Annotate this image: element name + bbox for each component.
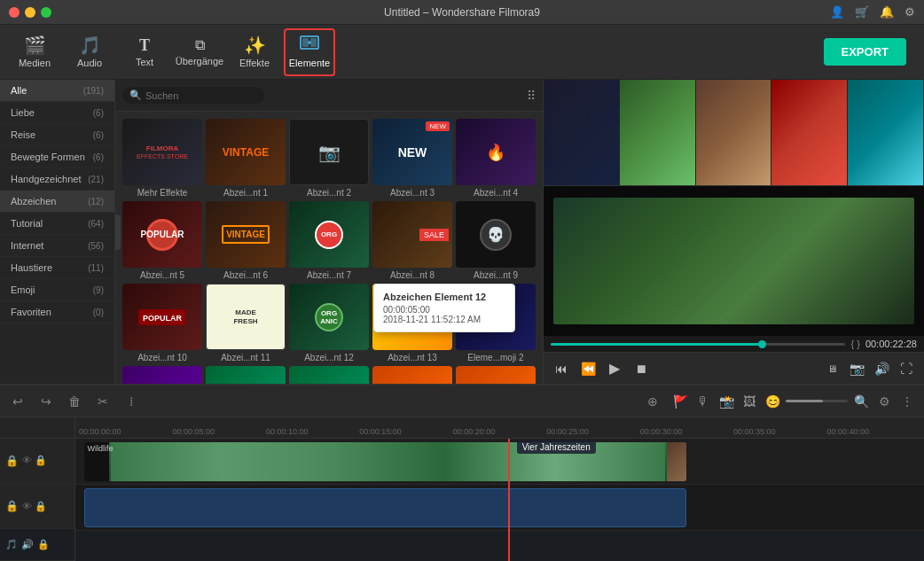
sidebar-item-tutorial[interactable]: Tutorial (64): [0, 213, 114, 235]
sidebar-item-alle[interactable]: Alle (191): [0, 80, 114, 102]
mehr-effekte-label: Mehr Effekte: [122, 188, 202, 198]
volume-icon[interactable]: 🔊: [871, 358, 892, 379]
sidebar-item-reise[interactable]: Reise (6): [0, 124, 114, 146]
display-icon[interactable]: 🖥: [821, 358, 842, 379]
undo-button[interactable]: ↩: [7, 391, 28, 412]
sidebar-item-internet[interactable]: Internet (56): [0, 235, 114, 257]
add-track-button[interactable]: ⊕: [642, 391, 663, 412]
video-track-icon: 🔒: [5, 455, 19, 467]
skip-back-button[interactable]: ⏮: [551, 358, 572, 379]
redo-button[interactable]: ↪: [35, 391, 57, 412]
lock-icon-1[interactable]: 🔒: [35, 455, 47, 466]
sidebar-item-haustiere[interactable]: Haustiere (11): [0, 257, 114, 279]
account-icon[interactable]: 👤: [830, 5, 844, 19]
volume-tl-icon[interactable]: 🔊: [21, 539, 34, 550]
emoji-tl-icon[interactable]: 😊: [763, 392, 782, 411]
sidebar-tut-label: Tutorial: [11, 218, 43, 229]
toolbar-elemente[interactable]: Elemente: [284, 28, 335, 76]
toolbar-uebergaenge[interactable]: ⧉ Übergänge: [174, 28, 225, 76]
photo-icon[interactable]: 🖼: [740, 392, 759, 411]
element-abz8[interactable]: SALE Abzei...nt 8: [372, 201, 452, 280]
abz3-label: Abzei...nt 3: [372, 188, 452, 198]
element-r4b[interactable]: 🍀: [206, 366, 286, 384]
search-box[interactable]: 🔍: [122, 87, 264, 104]
minimize-button[interactable]: [25, 7, 35, 18]
sidebar-item-abzeichen[interactable]: Abzeichen (12): [0, 191, 114, 213]
search-input[interactable]: [145, 90, 257, 101]
mehr-effekte-item[interactable]: FILMORA EFFECTS STORE Mehr Effekte: [122, 119, 202, 198]
preview-right-controls: 🖥 📷 🔊 ⛶: [821, 358, 917, 379]
cart-icon[interactable]: 🛒: [855, 5, 869, 19]
sidebar-item-emoji[interactable]: Emoji (9): [0, 279, 114, 301]
thumb-red: [771, 80, 847, 185]
element-abz6[interactable]: VINTAGE Abzei...nt 6: [206, 201, 286, 280]
time-display: 00:00:22:28: [865, 339, 917, 349]
element-abz1[interactable]: VINTAGE Abzei...nt 1: [206, 119, 286, 198]
sidebar-item-handgezeichnet[interactable]: Handgezeichnet (21): [0, 168, 114, 191]
playhead[interactable]: [508, 439, 510, 561]
sidebar-item-bewegte-formen[interactable]: Bewegte Formen (6): [0, 146, 114, 168]
play-button[interactable]: ▶: [604, 358, 625, 379]
toolbar-audio[interactable]: 🎵 Audio: [64, 28, 115, 76]
flag-icon[interactable]: 🚩: [670, 392, 690, 411]
close-button[interactable]: [9, 7, 20, 18]
abz8-label: Abzei...nt 8: [372, 270, 452, 280]
elements-grid: FILMORA EFFECTS STORE Mehr Effekte VINTA…: [115, 112, 543, 384]
settings-tl-icon[interactable]: ⚙: [874, 392, 894, 411]
more-icon[interactable]: ⋮: [897, 392, 917, 411]
sidebar-item-favoriten[interactable]: Favoriten (0): [0, 301, 114, 323]
fullscreen-icon[interactable]: ⛶: [896, 358, 917, 379]
camera-icon[interactable]: 📷: [846, 358, 867, 379]
camera-tl-icon[interactable]: 📸: [716, 392, 736, 411]
abz7-thumb: ORG: [289, 201, 369, 268]
sidebar-item-liebe[interactable]: Liebe (6): [0, 102, 114, 124]
element-abz10[interactable]: POPULAR Abzei...nt 10: [122, 284, 202, 362]
mehr-effekte-thumb: FILMORA EFFECTS STORE: [122, 119, 202, 185]
eye-icon-1[interactable]: 👁: [22, 455, 32, 466]
delete-button[interactable]: 🗑: [64, 391, 85, 412]
toolbar-effekte[interactable]: ✨ Effekte: [229, 28, 280, 76]
element-r4c[interactable]: 🌿: [289, 366, 369, 384]
lock-icon-audio[interactable]: 🔒: [37, 539, 50, 550]
element-r4d[interactable]: 🍊: [372, 366, 452, 384]
r4c-thumb: 🌿: [289, 366, 369, 384]
video-clip-sub[interactable]: [84, 488, 686, 527]
window-controls[interactable]: [9, 7, 51, 18]
element-abz4[interactable]: 🔥 Abzei...nt 4: [456, 119, 536, 198]
element-abz5[interactable]: POPULAR Abzei...nt 5: [122, 201, 202, 280]
element-abz9[interactable]: 💀 Abzei...nt 9: [456, 201, 536, 280]
clip-title-badge: Vier Jahreszeiten: [517, 440, 596, 454]
video-clip-main[interactable]: Wildlife: [84, 442, 686, 481]
element-r4e[interactable]: 🎃: [456, 366, 536, 384]
zoom-slider[interactable]: [786, 400, 848, 402]
export-button[interactable]: EXPORT: [824, 38, 906, 66]
eye-icon-2[interactable]: 👁: [22, 501, 32, 512]
trim-button[interactable]: ⁞: [121, 391, 142, 412]
toolbar-medien[interactable]: 🎬 Medien: [9, 28, 60, 76]
mic-icon[interactable]: 🎙: [693, 392, 713, 411]
bell-icon[interactable]: 🔔: [880, 5, 894, 19]
sidebar-abz-label: Abzeichen: [11, 196, 56, 206]
r4b-thumb: 🍀: [206, 366, 286, 384]
ruler-0: 00:00:00:00: [79, 427, 172, 436]
element-abz3[interactable]: NEW NEW Abzei...nt 3: [372, 119, 452, 198]
element-abz11[interactable]: MADE FRESH Abzei...nt 11: [206, 284, 286, 362]
toolbar-text[interactable]: T Text: [119, 28, 170, 76]
lock-icon-2[interactable]: 🔒: [35, 501, 47, 512]
sidebar-alle-count: (191): [83, 86, 104, 96]
maximize-button[interactable]: [41, 7, 51, 18]
preview-progress-bar[interactable]: [551, 343, 845, 346]
element-abz7[interactable]: ORG Abzei...nt 7: [289, 201, 369, 280]
zoom-out-icon[interactable]: 🔍: [851, 392, 871, 411]
settings-icon[interactable]: ⚙: [904, 5, 915, 19]
grid-view-icon[interactable]: ⠿: [527, 89, 536, 103]
element-r4a[interactable]: 🔺: [122, 366, 202, 384]
sidebar-collapse-button[interactable]: ‹: [115, 214, 121, 250]
sidebar-emoji-label: Emoji: [11, 284, 35, 295]
clip-label: Wildlife: [88, 444, 114, 453]
stop-button[interactable]: ⏹: [630, 358, 652, 379]
element-abz2[interactable]: 📷 Abzei...nt 2: [289, 119, 369, 198]
step-back-button[interactable]: ⏪: [577, 358, 599, 379]
element-abz12[interactable]: ORGANIC Abzei...nt 12 Abzeichen Element …: [289, 284, 369, 362]
cut-button[interactable]: ✂: [92, 391, 114, 412]
